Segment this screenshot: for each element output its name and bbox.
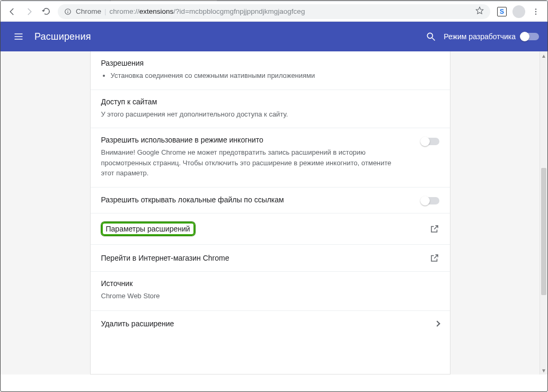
bookmark-star-icon[interactable] — [475, 6, 484, 16]
vertical-scrollbar[interactable]: ▲ ▼ — [540, 51, 547, 375]
svg-point-5 — [535, 13, 536, 14]
extension-options-label: Параметры расширений — [101, 222, 195, 236]
site-access-title: Доступ к сайтам — [101, 97, 439, 106]
forward-button[interactable] — [21, 4, 38, 20]
extensions-header-title: Расширения — [34, 31, 91, 42]
permissions-title: Разрешения — [101, 59, 439, 67]
developer-mode-toggle[interactable] — [521, 33, 539, 40]
reload-button[interactable] — [38, 4, 55, 20]
back-button[interactable] — [4, 4, 21, 20]
incognito-section: Разрешить использование в режиме инкогни… — [91, 128, 450, 187]
remove-extension-label: Удалить расширение — [101, 319, 174, 328]
file-urls-toggle[interactable] — [421, 197, 439, 204]
site-access-body: У этого расширения нет дополнительного д… — [101, 109, 439, 120]
open-in-new-icon — [430, 253, 439, 263]
svg-point-6 — [428, 33, 433, 38]
browser-toolbar: Chrome | chrome://extensions/?id=mcbpblo… — [1, 2, 547, 22]
omnibox-url-main: extensions — [139, 7, 174, 15]
omnibox-url-prefix: chrome:// — [110, 7, 139, 15]
browser-tab-google-chrome[interactable]: Google Chrome — [4, 0, 110, 1]
profile-avatar[interactable] — [512, 5, 525, 18]
extensions-menu-button[interactable] — [9, 27, 28, 46]
extension-detail-card: Разрешения Установка соединения со смежн… — [90, 51, 450, 375]
permission-item: Установка соединения со смежными нативны… — [111, 70, 439, 81]
scroll-up-icon[interactable]: ▲ — [540, 51, 547, 60]
source-section: Источник Chrome Web Store — [91, 271, 450, 311]
svg-point-3 — [535, 8, 536, 10]
file-urls-title: Разрешить открывать локальные файлы по с… — [101, 195, 405, 204]
extension-s-icon: S — [497, 7, 507, 16]
extensions-search-button[interactable] — [421, 27, 440, 46]
chrome-web-store-row[interactable]: Перейти в Интернет-магазин Chrome — [91, 244, 450, 271]
browser-menu-button[interactable] — [527, 4, 544, 20]
extension-button[interactable]: S — [493, 4, 510, 20]
extension-options-row[interactable]: Параметры расширений — [91, 213, 450, 244]
chrome-web-store-label: Перейти в Интернет-магазин Chrome — [101, 254, 229, 262]
chevron-right-icon — [434, 320, 440, 326]
permissions-section: Разрешения Установка соединения со смежн… — [91, 51, 450, 90]
browser-tab-extensions[interactable]: Расширения — [111, 0, 217, 1]
remove-extension-row[interactable]: Удалить расширение — [91, 310, 450, 336]
site-info-icon[interactable] — [64, 8, 72, 15]
incognito-body: Внимание! Google Chrome не может предотв… — [101, 147, 405, 179]
extensions-header: Расширения Режим разработчика — [1, 22, 547, 51]
scrollbar-thumb[interactable] — [541, 168, 546, 295]
incognito-title: Разрешить использование в режиме инкогни… — [101, 136, 405, 144]
source-title: Источник — [101, 279, 439, 288]
svg-point-4 — [535, 11, 536, 12]
open-in-new-icon — [430, 224, 439, 234]
source-value: Chrome Web Store — [101, 291, 439, 301]
svg-point-2 — [67, 10, 68, 10]
site-access-section: Доступ к сайтам У этого расширения нет д… — [91, 90, 450, 128]
incognito-toggle[interactable] — [421, 138, 439, 145]
omnibox-scheme-label: Chrome — [76, 7, 101, 15]
scroll-down-icon[interactable]: ▼ — [540, 366, 547, 375]
file-urls-section: Разрешить открывать локальные файлы по с… — [91, 187, 450, 213]
developer-mode-label: Режим разработчика — [444, 32, 516, 41]
address-bar[interactable]: Chrome | chrome://extensions/?id=mcbpblo… — [58, 4, 490, 19]
omnibox-url-query: /?id=mcbpblocgmgfnpjjppndjkmgjaogfceg — [173, 7, 305, 15]
browser-tab-strip: Google Chrome Расширения — [1, 0, 547, 2]
